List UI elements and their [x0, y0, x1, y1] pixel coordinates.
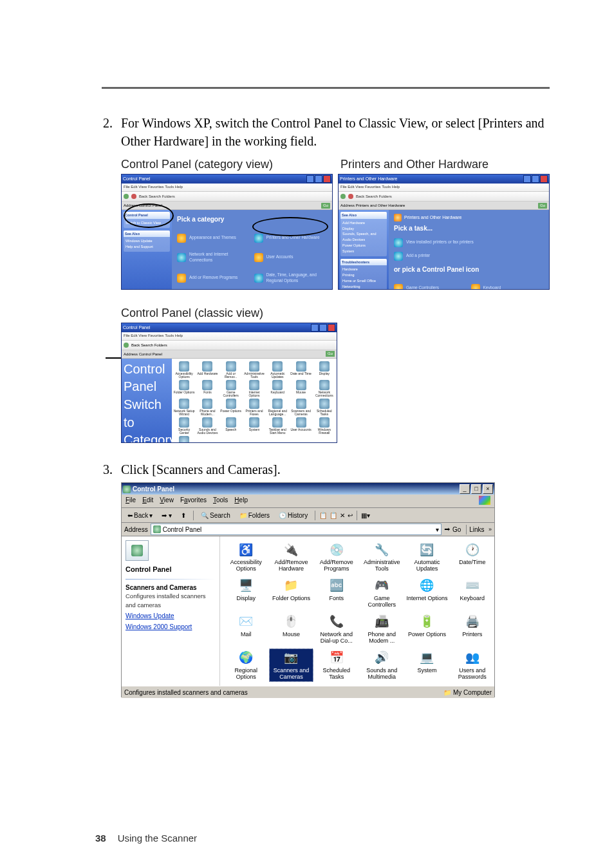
cp-icon-item[interactable]: Scheduled Tasks	[313, 399, 335, 416]
menu-edit[interactable]: Edit	[142, 496, 153, 506]
menu-bar[interactable]: File Edit View Favorites Tools Help	[122, 495, 494, 508]
go-button[interactable]: Go	[321, 203, 330, 209]
sidebar-link[interactable]: Add Hardware	[342, 220, 385, 226]
cp-icon-item[interactable]: 📞Network and Dial-up Co...	[315, 612, 358, 646]
cp-icon-item[interactable]: 📁Folder Options	[269, 576, 313, 610]
cp-icon-item[interactable]: Mouse	[290, 380, 312, 397]
close-button[interactable]	[328, 324, 335, 332]
cp-icon-item[interactable]: Wireless Network Set...	[173, 436, 195, 443]
cp-icon-item[interactable]: Internet Options	[243, 380, 265, 397]
sidebar-link[interactable]: Sounds, Speech, and Audio Devices	[342, 231, 385, 243]
address-bar[interactable]: Address Control Panel▾ ⮕ Go Links »	[122, 523, 494, 536]
cp-icon-item[interactable]: 📠Phone and Modem ...	[360, 612, 404, 646]
category-item[interactable]: Network and Internet Connections	[177, 252, 250, 263]
toolbar[interactable]: Back Search Folders	[339, 192, 549, 202]
toolbar[interactable]: ⬅ Back ▾ ➡ ▾ ⬆ 🔍 Search 📁 Folders 🕒 Hist…	[122, 508, 494, 523]
menu-view[interactable]: View	[160, 496, 174, 506]
cp-icon-item[interactable]: Power Options	[220, 399, 242, 416]
cp-icon-item[interactable]: Scanners and Cameras	[290, 399, 312, 416]
cp-icon-item[interactable]: Speech	[220, 417, 242, 435]
sidebar-link[interactable]: Power Options	[342, 243, 385, 249]
category-item[interactable]: Appearance and Themes	[177, 234, 250, 243]
close-button[interactable]: ×	[483, 484, 493, 494]
toolbar-icon[interactable]: 📋	[319, 511, 327, 520]
minimize-button[interactable]	[306, 175, 314, 183]
cp-icon-item[interactable]: 📅Scheduled Tasks	[315, 648, 358, 682]
close-button[interactable]	[540, 175, 548, 183]
sidebar-link[interactable]: Printing	[342, 272, 385, 278]
minimize-button[interactable]	[311, 324, 319, 332]
up-button[interactable]: ⬆	[178, 510, 189, 522]
cp-icon-item[interactable]: Regional and Language...	[266, 399, 288, 416]
menu-bar[interactable]: File Edit View Favorites Tools Help	[122, 332, 337, 341]
address-bar[interactable]: Address Printers and Other HardwareGo	[339, 202, 549, 210]
sidebar-link[interactable]: System	[342, 249, 385, 254]
back-icon[interactable]	[124, 343, 129, 348]
go-button[interactable]: Go	[326, 351, 335, 357]
cp-icon-item[interactable]: 🔧Administrative Tools	[360, 540, 404, 574]
menu-file[interactable]: File	[126, 496, 136, 506]
forward-icon[interactable]	[348, 194, 353, 199]
history-button[interactable]: 🕒 History	[275, 510, 311, 522]
cp-icon-item[interactable]: Folder Options	[173, 380, 195, 397]
toolbar-icon[interactable]: ✕	[340, 511, 345, 520]
sidebar-link[interactable]: Home or Small Office Networking	[342, 278, 385, 290]
cp-icon-item[interactable]: Network Setup Wizard	[173, 399, 195, 416]
cp-icon-item[interactable]: 🖨️Printers	[451, 612, 494, 646]
maximize-button[interactable]	[319, 324, 327, 332]
category-item[interactable]: User Accounts	[254, 252, 328, 263]
cp-icon-item[interactable]: 💿Add/Remove Programs	[315, 540, 358, 574]
cp-icon-item[interactable]: Network Connections	[313, 380, 335, 397]
address-bar[interactable]: Address Control PanelGo	[122, 350, 337, 359]
maximize-button[interactable]	[315, 175, 322, 183]
switch-view-link[interactable]: Switch to Classic View	[126, 221, 161, 225]
windows-update-link[interactable]: Windows Update	[126, 612, 216, 621]
cp-icon-item[interactable]: Add or Remov...	[220, 361, 242, 379]
toolbar[interactable]: Back Search Folders	[122, 192, 332, 202]
cp-icon-item[interactable]: 🔊Sounds and Multimedia	[360, 648, 404, 682]
cp-icon-item[interactable]: Taskbar and Start Menu	[266, 417, 288, 435]
sidebar-link[interactable]: Hardware	[342, 267, 385, 272]
toolbar[interactable]: Back Search Folders	[122, 341, 337, 350]
menu-favorites[interactable]: Favorites	[180, 496, 207, 506]
address-field[interactable]: Control Panel▾	[151, 524, 442, 535]
go-button[interactable]: ⮕ Go	[444, 525, 463, 534]
scanners-and-cameras-item[interactable]: 📷Scanners and Cameras	[269, 648, 313, 682]
category-item[interactable]: Date, Time, Language, and Regional Optio…	[254, 272, 328, 284]
views-button[interactable]: ▦▾	[361, 511, 370, 520]
sidebar-link[interactable]: Display	[342, 226, 385, 232]
maximize-button[interactable]: □	[471, 484, 481, 494]
cp-icon-item[interactable]: 🕐Date/Time	[451, 540, 494, 574]
links-label[interactable]: Links	[469, 525, 484, 534]
go-button[interactable]: Go	[538, 203, 547, 209]
cp-icon-item[interactable]: Add Hardware	[196, 361, 218, 379]
cp-icon-item[interactable]: 👥Users and Passwords	[451, 648, 494, 682]
category-item[interactable]: Printers and Other Hardware	[254, 234, 328, 243]
forward-button[interactable]: ➡ ▾	[158, 510, 175, 522]
task-item[interactable]: View installed printers or fax printers	[394, 238, 544, 247]
minimize-button[interactable]: _	[460, 484, 470, 494]
cp-icon-item[interactable]: 🖱️Mouse	[269, 612, 313, 646]
cp-icon-item[interactable]: 🌍Regional Options	[224, 648, 268, 682]
cp-icon-item[interactable]: ⌨️Keyboard	[451, 576, 494, 610]
cp-icon-item[interactable]: ♿Accessibility Options	[224, 540, 268, 574]
cp-icon-item[interactable]: Printers and Faxes	[243, 399, 265, 416]
switch-view-link[interactable]: Switch to Category View	[124, 397, 176, 443]
cp-icon-item[interactable]: Fonts	[196, 380, 218, 397]
cp-icon-item[interactable]: 🔤Fonts	[315, 576, 358, 610]
cp-icon-item[interactable]: 🔌Add/Remove Hardware	[269, 540, 313, 574]
cp-icon-item[interactable]: 🖥️Display	[224, 576, 268, 610]
cp-icon-item[interactable]: Phone and Modem...	[196, 399, 218, 416]
back-button[interactable]: ⬅ Back ▾	[124, 510, 156, 522]
cp-icon-item[interactable]: 🌐Internet Options	[405, 576, 449, 610]
sidebar-link[interactable]: Windows Update	[126, 238, 168, 244]
cp-icon-item[interactable]: Windows Firewall	[313, 417, 335, 435]
close-button[interactable]	[323, 175, 331, 183]
forward-icon[interactable]	[131, 194, 136, 199]
cp-icon-item[interactable]: Security Center	[173, 417, 195, 435]
toolbar-icon[interactable]: ↩	[348, 511, 353, 520]
maximize-button[interactable]	[532, 175, 539, 183]
search-button[interactable]: 🔍 Search	[198, 510, 234, 522]
cp-icon-item[interactable]: 🔋Power Options	[405, 612, 449, 646]
back-icon[interactable]	[340, 194, 346, 199]
